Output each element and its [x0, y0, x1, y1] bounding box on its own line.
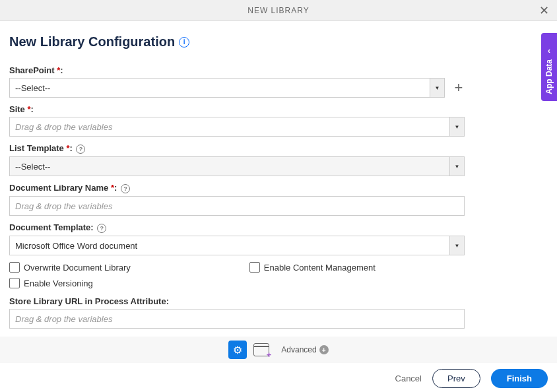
checkbox-row-1: Overwrite Document Library Enable Conten…: [9, 262, 466, 273]
overwrite-label: Overwrite Document Library: [24, 263, 131, 273]
plus-circle-icon: +: [319, 345, 329, 354]
field-store-url: Store Library URL in Process Attribute:: [9, 296, 466, 329]
new-window-button[interactable]: [253, 343, 269, 356]
required-mark: *: [57, 65, 60, 75]
finish-button[interactable]: Finish: [491, 369, 548, 388]
enable-versioning-checkbox[interactable]: Enable Versioning: [9, 278, 93, 288]
doc-lib-name-label: Document Library Name *: ?: [9, 183, 466, 193]
list-template-select[interactable]: --Select-- ▼: [9, 156, 465, 176]
checkbox-icon: [9, 262, 20, 273]
field-doc-template: Document Template: ? Microsoft Office Wo…: [9, 222, 466, 255]
info-icon[interactable]: i: [179, 37, 189, 48]
sharepoint-label: SharePoint *:: [9, 65, 466, 75]
page-title-text: New Library Configuration: [9, 34, 175, 49]
site-input[interactable]: Drag & drop the variables ▼: [9, 117, 465, 137]
store-url-label: Store Library URL in Process Attribute:: [9, 296, 466, 306]
help-icon[interactable]: ?: [97, 224, 106, 233]
chevron-down-icon: ▼: [430, 79, 444, 97]
app-data-tab[interactable]: ‹ App Data: [541, 33, 557, 101]
doc-lib-name-input[interactable]: [9, 196, 465, 216]
advanced-text: Advanced: [281, 345, 316, 354]
required-mark: *: [27, 104, 30, 114]
chevron-down-icon: ▼: [449, 236, 464, 255]
app-data-label: App Data: [544, 59, 554, 94]
modal-title: NEW LIBRARY: [247, 6, 309, 15]
list-template-value: --Select--: [10, 162, 449, 172]
field-doc-lib-name: Document Library Name *: ?: [9, 183, 466, 216]
gear-icon: ⚙: [233, 344, 242, 356]
prev-button[interactable]: Prev: [432, 369, 480, 388]
form-content: New Library Configuration i SharePoint *…: [0, 21, 475, 329]
site-label: Site *:: [9, 104, 466, 114]
add-sharepoint-icon[interactable]: +: [451, 81, 466, 95]
doc-template-value: Microsoft Office Word document: [10, 241, 449, 251]
sharepoint-select[interactable]: --Select-- ▼: [9, 78, 445, 98]
field-sharepoint: SharePoint *: --Select-- ▼ +: [9, 65, 466, 98]
action-bar: Cancel Prev Finish: [395, 369, 548, 388]
enable-content-label: Enable Content Management: [264, 263, 376, 273]
page-title: New Library Configuration i: [9, 34, 466, 49]
field-site: Site *: Drag & drop the variables ▼: [9, 104, 466, 137]
help-icon[interactable]: ?: [76, 145, 85, 154]
settings-button[interactable]: ⚙: [228, 341, 247, 359]
doc-template-label: Document Template: ?: [9, 222, 466, 233]
help-icon[interactable]: ?: [121, 184, 130, 193]
required-mark: *: [66, 143, 69, 153]
advanced-button[interactable]: Advanced +: [281, 345, 328, 354]
close-icon[interactable]: ✕: [537, 4, 550, 17]
sharepoint-value: --Select--: [10, 83, 430, 93]
store-url-input[interactable]: [9, 309, 465, 329]
chevron-down-icon: ▼: [449, 157, 464, 176]
footer-bar: ⚙ Advanced +: [0, 337, 557, 363]
cancel-button[interactable]: Cancel: [395, 374, 422, 383]
enable-versioning-label: Enable Versioning: [24, 278, 93, 288]
chevron-down-icon: ▼: [449, 117, 464, 136]
checkbox-row-2: Enable Versioning: [9, 278, 466, 288]
modal-header: NEW LIBRARY ✕: [0, 0, 557, 21]
list-template-label: List Template *: ?: [9, 143, 466, 154]
site-placeholder: Drag & drop the variables: [10, 122, 449, 132]
overwrite-checkbox[interactable]: Overwrite Document Library: [9, 262, 131, 273]
enable-content-checkbox[interactable]: Enable Content Management: [249, 262, 376, 273]
field-list-template: List Template *: ? --Select-- ▼: [9, 143, 466, 176]
chevron-left-icon: ‹: [548, 46, 550, 55]
checkbox-icon: [249, 262, 260, 273]
doc-template-select[interactable]: Microsoft Office Word document ▼: [9, 236, 465, 255]
checkbox-icon: [9, 278, 20, 288]
required-mark: *: [111, 183, 114, 193]
